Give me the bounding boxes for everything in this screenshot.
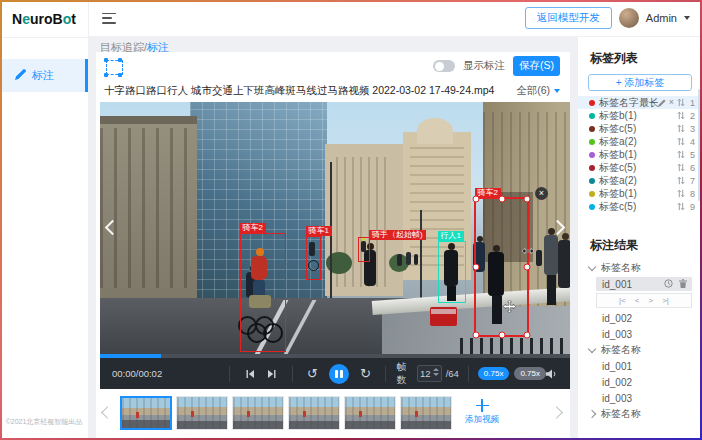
video-player[interactable]: 骑车2骑车1骑手（起始帧)行人1骑车2× <box>100 102 570 354</box>
resize-handle[interactable] <box>498 196 505 203</box>
resize-handle[interactable] <box>524 332 531 339</box>
annotation-box[interactable]: 骑车2 <box>240 233 286 352</box>
show-annotation-label: 显示标注 <box>463 59 505 73</box>
filmstrip-thumbnail[interactable] <box>176 396 228 430</box>
sort-label-icon[interactable] <box>677 176 685 185</box>
result-group-header[interactable]: 标签名称 <box>578 406 702 422</box>
annotation-label: 行人1 <box>438 231 464 241</box>
annotation-box[interactable]: 骑手（起始帧) <box>358 237 370 262</box>
thumbnail-image <box>401 397 451 429</box>
label-list-item[interactable]: 标签a(2)4 <box>578 135 702 148</box>
speed-pill-active[interactable]: 0.75x <box>478 367 510 380</box>
label-order-number: 6 <box>688 163 695 173</box>
label-list-item[interactable]: 标签c(5)6 <box>578 161 702 174</box>
rect-select-tool-icon[interactable] <box>106 60 123 75</box>
add-video-button[interactable]: 添加视频 <box>458 394 506 432</box>
video-filter-dropdown[interactable]: 全部(6) <box>516 84 560 98</box>
first-frame-button[interactable]: |< <box>619 296 626 305</box>
username[interactable]: Admin <box>646 12 677 24</box>
resize-handle[interactable] <box>473 196 480 203</box>
sort-label-icon[interactable] <box>677 111 685 120</box>
result-item[interactable]: id_001 <box>596 277 692 291</box>
frame-stepper[interactable] <box>433 368 439 376</box>
filmstrip-thumbnail[interactable] <box>344 396 396 430</box>
frame-number-input[interactable]: 12 <box>417 365 442 382</box>
result-item[interactable]: id_002 <box>596 310 692 326</box>
result-item[interactable]: id_001 <box>596 358 692 374</box>
label-color-dot <box>589 126 595 132</box>
back-to-model-dev-button[interactable]: 返回模型开发 <box>525 7 612 29</box>
result-item[interactable]: id_003 <box>596 326 692 342</box>
video-title-row: 十字路口路口行人 城市交通上下班高峰斑马线过马路视频 2022-03-02 17… <box>96 80 570 102</box>
forward-10-icon[interactable] <box>360 367 371 380</box>
result-item[interactable]: id_003 <box>596 390 692 406</box>
filmstrip-thumbnail[interactable] <box>120 396 172 430</box>
delete-label-icon[interactable]: × <box>669 98 674 107</box>
sidebar-item-annotate[interactable]: 标注 <box>0 59 88 92</box>
sort-label-icon[interactable] <box>677 150 685 159</box>
prev-frame-button[interactable]: < <box>635 296 640 305</box>
resize-handle[interactable] <box>473 264 480 271</box>
user-menu-caret-icon[interactable] <box>684 16 690 20</box>
filmstrip-thumbnail[interactable] <box>400 396 452 430</box>
result-group-name: 标签名称 <box>601 261 641 275</box>
video-progress-bar[interactable] <box>100 354 570 358</box>
speed-pill[interactable]: 0.75x <box>514 367 546 380</box>
label-list-item[interactable]: 标签c(5)3 <box>578 122 702 135</box>
filmstrip-thumbnail[interactable] <box>232 396 284 430</box>
result-group-name: 标签名称 <box>601 343 641 357</box>
label-list-item[interactable]: 标签c(5)9 <box>578 200 702 213</box>
history-icon[interactable] <box>664 279 673 290</box>
add-label-button[interactable]: + 添加标签 <box>588 74 692 91</box>
label-row-icons: 3 <box>677 124 695 134</box>
result-item-icons <box>664 279 687 290</box>
step-up-icon[interactable] <box>433 368 439 371</box>
label-list-item[interactable]: 标签b(1)8 <box>578 187 702 200</box>
delete-annotation-button[interactable]: × <box>535 187 548 200</box>
sort-label-icon[interactable] <box>677 98 685 107</box>
step-down-icon[interactable] <box>433 373 439 376</box>
filmstrip-prev-icon[interactable] <box>101 406 114 419</box>
avatar[interactable] <box>619 8 639 28</box>
sort-label-icon[interactable] <box>677 124 685 133</box>
sort-label-icon[interactable] <box>677 137 685 146</box>
sort-label-icon[interactable] <box>677 189 685 198</box>
label-list-item[interactable]: 标签b(1)5 <box>578 148 702 161</box>
resize-handle[interactable] <box>524 264 531 271</box>
menu-collapse-icon[interactable] <box>102 13 116 24</box>
next-frame-button[interactable]: > <box>649 296 654 305</box>
label-list-item[interactable]: 标签名字最长数...×1 <box>578 96 702 109</box>
annotation-box[interactable]: 骑车1 <box>306 236 321 280</box>
sort-label-icon[interactable] <box>677 202 685 211</box>
trash-icon[interactable] <box>679 279 687 290</box>
move-cursor-icon <box>503 299 516 317</box>
result-item[interactable]: id_002 <box>596 374 692 390</box>
annotation-box[interactable]: 骑车2× <box>474 197 529 337</box>
frame-count-label: 帧数 <box>397 361 413 387</box>
last-frame-button[interactable]: >| <box>662 296 669 305</box>
chevron-down-icon <box>554 89 560 93</box>
resize-handle[interactable] <box>524 196 531 203</box>
label-list-item[interactable]: 标签a(2)7 <box>578 174 702 187</box>
result-group-header[interactable]: 标签名称 <box>578 342 702 358</box>
replay-10-icon[interactable] <box>307 367 318 380</box>
resize-handle[interactable] <box>498 332 505 339</box>
next-frame-button[interactable] <box>267 369 277 379</box>
result-group-header[interactable]: 标签名称 <box>578 260 702 276</box>
annotation-box[interactable]: 行人1 <box>438 241 466 303</box>
annotation-toolbar: 显示标注 保存(S) <box>96 52 570 80</box>
resize-handle[interactable] <box>473 332 480 339</box>
filmstrip-thumbnail[interactable] <box>288 396 340 430</box>
volume-icon[interactable] <box>546 369 558 379</box>
results-tree: 标签名称id_001|<<>>|id_002id_003标签名称id_001id… <box>578 260 702 422</box>
sort-label-icon[interactable] <box>677 163 685 172</box>
save-button[interactable]: 保存(S) <box>513 56 560 76</box>
prev-frame-button[interactable] <box>245 369 255 379</box>
show-annotation-toggle[interactable] <box>433 60 455 72</box>
label-list-item[interactable]: 标签b(1)2 <box>578 109 702 122</box>
pause-button[interactable] <box>329 364 349 384</box>
scrollbar[interactable] <box>698 89 701 201</box>
label-name: 标签名字最长数... <box>599 96 658 110</box>
filmstrip-next-icon[interactable] <box>550 406 563 419</box>
edit-label-icon[interactable] <box>658 99 666 107</box>
